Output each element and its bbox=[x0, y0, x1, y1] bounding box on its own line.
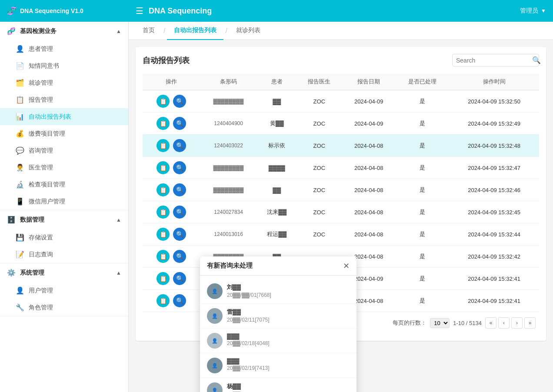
sidebar-item-consult[interactable]: 💬 咨询管理 bbox=[0, 142, 128, 159]
barcode-cell: ▓▓▓▓▓▓▓▓ bbox=[200, 179, 257, 201]
search-icon[interactable]: 🔍 bbox=[532, 56, 541, 64]
sidebar-group-header-data[interactable]: 🗄️ 数据管理 ▲ bbox=[0, 210, 128, 229]
search-button[interactable]: 🔍 bbox=[173, 228, 186, 241]
edit-button[interactable]: 📋 bbox=[157, 206, 170, 219]
sidebar-item-users[interactable]: 👤 用户管理 bbox=[0, 282, 128, 299]
sidebar-item-fees[interactable]: 💰 缴费项目管理 bbox=[0, 125, 128, 142]
notification-item[interactable]: 👤 ▓▓▓ 20▓▓/02/19[7413] bbox=[200, 353, 356, 378]
notification-item[interactable]: 👤 杨▓▓ 20▓▓/02/20[1662] bbox=[200, 378, 356, 392]
notification-item[interactable]: 👤 雷▓▓ 20▓▓/02/11[7075] bbox=[200, 304, 356, 329]
sidebar-item-consent[interactable]: 📄 知情同意书 bbox=[0, 57, 128, 74]
edit-button[interactable]: 📋 bbox=[157, 272, 170, 285]
doctor-cell: ZOC bbox=[297, 135, 342, 157]
storage-icon: 💾 bbox=[16, 233, 24, 242]
tab-auto-reports[interactable]: 自动出报告列表 bbox=[167, 22, 223, 40]
edit-button[interactable]: 📋 bbox=[157, 117, 170, 130]
search-input[interactable] bbox=[456, 57, 532, 64]
doctor-cell: ZOC bbox=[297, 179, 342, 201]
action-cell: 📋 🔍 bbox=[143, 201, 200, 223]
edit-button[interactable]: 📋 bbox=[157, 95, 170, 108]
tab-visit-list[interactable]: 就诊列表 bbox=[229, 22, 267, 40]
op-time-cell: 2024-04-09 15:32:42 bbox=[449, 246, 539, 268]
edit-button[interactable]: 📋 bbox=[157, 228, 170, 241]
rows-per-page-select[interactable]: 10 20 50 bbox=[430, 318, 450, 328]
notification-item-content: 雷▓▓ 20▓▓/02/11[7075] bbox=[227, 308, 350, 323]
auto-reports-label: 自动出报告列表 bbox=[29, 113, 71, 121]
doctor-cell: ZOC bbox=[297, 223, 342, 246]
users-icon: 👤 bbox=[16, 286, 24, 295]
patient-cell: 程运▓▓ bbox=[257, 223, 297, 246]
notification-item[interactable]: 👤 ▓▓▓ 20▓▓/02/18[4048] bbox=[200, 329, 356, 353]
menu-icon[interactable]: ☰ bbox=[136, 6, 143, 16]
barcode-cell: 1240403022 bbox=[200, 135, 257, 157]
action-cell: 📋 🔍 bbox=[143, 179, 200, 201]
sidebar-item-logs[interactable]: 📝 日志查询 bbox=[0, 246, 128, 263]
close-icon[interactable]: ✕ bbox=[343, 262, 350, 270]
sidebar-logo-text: DNA Sequencing V1.0 bbox=[20, 7, 83, 14]
edit-button[interactable]: 📋 bbox=[157, 161, 170, 174]
tab-home[interactable]: 首页 bbox=[136, 22, 162, 40]
top-header: 🧬 DNA Sequencing V1.0 ☰ DNA Sequencing 管… bbox=[0, 0, 553, 22]
patients-label: 患者管理 bbox=[29, 45, 53, 53]
report-date-cell: 2024-04-09 bbox=[342, 113, 396, 135]
roles-label: 角色管理 bbox=[29, 304, 53, 312]
sidebar-item-storage[interactable]: 💾 存储设置 bbox=[0, 229, 128, 246]
notification-item-name: 刘▓▓ bbox=[227, 283, 350, 291]
action-cell: 📋 🔍 bbox=[143, 268, 200, 290]
sidebar-item-reports[interactable]: 📋 报告管理 bbox=[0, 91, 128, 108]
action-cell: 📋 🔍 bbox=[143, 157, 200, 179]
report-date-cell: 2024-04-08 bbox=[342, 201, 396, 223]
col-header-doctor: 报告医生 bbox=[297, 73, 342, 90]
consult-label: 咨询管理 bbox=[29, 147, 53, 155]
search-button[interactable]: 🔍 bbox=[173, 206, 186, 219]
system-chevron-icon: ▲ bbox=[116, 270, 121, 276]
edit-button[interactable]: 📋 bbox=[157, 139, 170, 152]
sidebar-item-roles[interactable]: 🔧 角色管理 bbox=[0, 299, 128, 316]
sidebar-item-exams[interactable]: 🔬 检查项目管理 bbox=[0, 176, 128, 193]
user-dropdown-icon[interactable]: ▼ bbox=[541, 8, 546, 14]
edit-button[interactable]: 📋 bbox=[157, 294, 170, 307]
exams-label: 检查项目管理 bbox=[29, 181, 65, 189]
wechat-icon: 📱 bbox=[16, 197, 24, 206]
edit-button[interactable]: 📋 bbox=[157, 250, 170, 263]
edit-button[interactable]: 📋 bbox=[157, 183, 170, 196]
search-button[interactable]: 🔍 bbox=[173, 161, 186, 174]
search-button[interactable]: 🔍 bbox=[173, 183, 186, 196]
search-button[interactable]: 🔍 bbox=[173, 250, 186, 263]
report-date-cell: 2024-04-08 bbox=[342, 223, 396, 246]
auto-reports-icon: 📊 bbox=[16, 113, 24, 121]
fees-label: 缴费项目管理 bbox=[29, 130, 65, 138]
barcode-cell: 1240404900 bbox=[200, 113, 257, 135]
first-page-button[interactable]: « bbox=[485, 317, 496, 329]
user-area[interactable]: 管理员 ▼ bbox=[520, 7, 546, 15]
consent-icon: 📄 bbox=[16, 62, 24, 70]
sidebar-group-header-genetics[interactable]: 🧬 基因检测业务 ▲ bbox=[0, 22, 128, 40]
sidebar-item-auto-reports[interactable]: 📊 自动出报告列表 bbox=[0, 108, 128, 125]
sidebar-group-header-system[interactable]: ⚙️ 系统管理 ▲ bbox=[0, 263, 128, 282]
card-header: 自动报告列表 🔍 bbox=[143, 54, 539, 66]
search-button[interactable]: 🔍 bbox=[173, 294, 186, 307]
sidebar-item-patients[interactable]: 👤 患者管理 bbox=[0, 40, 128, 57]
op-time-cell: 2024-04-09 15:32:41 bbox=[449, 290, 539, 312]
sidebar-item-wechat[interactable]: 📱 微信用户管理 bbox=[0, 193, 128, 210]
search-button[interactable]: 🔍 bbox=[173, 272, 186, 285]
notification-item[interactable]: 👤 刘▓▓ 20▓▓/▓▓/01[7668] bbox=[200, 279, 356, 304]
notification-item-info: 20▓▓/▓▓/01[7668] bbox=[227, 292, 350, 298]
action-cell: 📋 🔍 bbox=[143, 90, 200, 113]
sidebar-item-doctors[interactable]: 👨‍⚕️ 医生管理 bbox=[0, 159, 128, 176]
next-page-button[interactable]: › bbox=[511, 317, 523, 329]
page-nav: « ‹ › » bbox=[485, 317, 536, 329]
search-button[interactable]: 🔍 bbox=[173, 95, 186, 108]
tabs-bar: 首页 / 自动出报告列表 / 就诊列表 bbox=[129, 22, 553, 40]
op-time-cell: 2024-04-09 15:32:41 bbox=[449, 268, 539, 290]
search-button[interactable]: 🔍 bbox=[173, 139, 186, 152]
sidebar-item-visits[interactable]: 🗂️ 就诊管理 bbox=[0, 74, 128, 91]
data-chevron-icon: ▲ bbox=[116, 217, 121, 223]
search-button[interactable]: 🔍 bbox=[173, 117, 186, 130]
last-page-button[interactable]: » bbox=[524, 317, 536, 329]
visits-icon: 🗂️ bbox=[16, 79, 24, 87]
search-box[interactable]: 🔍 bbox=[452, 54, 539, 66]
prev-page-button[interactable]: ‹ bbox=[498, 317, 510, 329]
notification-item-name: ▓▓▓ bbox=[227, 333, 350, 339]
page-info: 1-10 / 5134 bbox=[453, 320, 482, 326]
